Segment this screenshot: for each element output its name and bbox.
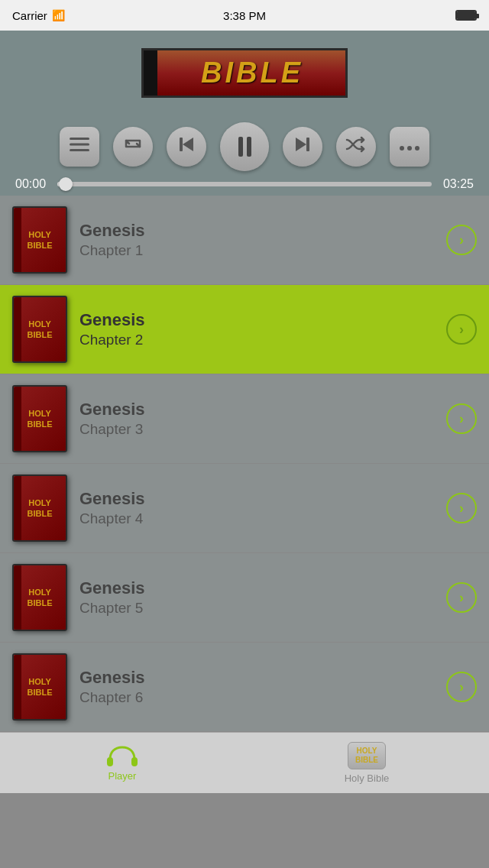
- book-cover: HOLYBIBLE: [12, 206, 67, 274]
- chapter-name: Chapter 2: [79, 332, 434, 348]
- arrow-icon: ›: [459, 411, 464, 427]
- wifi-icon: 📶: [52, 9, 65, 21]
- more-icon: [399, 137, 420, 157]
- prev-icon: [176, 134, 196, 159]
- tab-holy-bible[interactable]: HOLYBIBLE Holy Bible: [244, 742, 489, 784]
- chapter-arrow[interactable]: ›: [446, 672, 477, 702]
- chapter-info: Genesis Chapter 4: [79, 489, 434, 527]
- chapter-book-name: Genesis: [79, 221, 434, 241]
- logo-text: BIBLE: [201, 57, 303, 89]
- chapter-info: Genesis Chapter 6: [79, 668, 434, 706]
- chapter-book-name: Genesis: [79, 310, 434, 330]
- app-logo: BIBLE: [141, 48, 348, 98]
- chapter-info: Genesis Chapter 3: [79, 400, 434, 438]
- controls-row: [12, 122, 477, 171]
- chapter-list-item-5[interactable]: HOLYBIBLE Genesis Chapter 5 ›: [0, 553, 489, 643]
- chapter-book-name: Genesis: [79, 578, 434, 598]
- svg-rect-5: [306, 138, 309, 151]
- svg-point-9: [415, 146, 419, 151]
- next-icon: [293, 134, 313, 159]
- chapter-name: Chapter 5: [79, 600, 434, 617]
- list-icon: [70, 136, 89, 157]
- progress-track[interactable]: [57, 182, 432, 186]
- book-cover: HOLYBIBLE: [12, 385, 67, 452]
- holy-bible-tab-icon: HOLYBIBLE: [348, 742, 386, 769]
- arrow-icon: ›: [459, 679, 464, 695]
- chapter-info: Genesis Chapter 1: [79, 221, 434, 259]
- chapter-list: HOLYBIBLE Genesis Chapter 1 › HOLYBIBLE …: [0, 196, 489, 732]
- arrow-icon: ›: [459, 500, 464, 517]
- progress-thumb[interactable]: [59, 177, 73, 191]
- chapter-arrow[interactable]: ›: [446, 582, 477, 613]
- chapter-arrow[interactable]: ›: [446, 493, 477, 523]
- clock: 3:38 PM: [223, 9, 266, 22]
- repeat-button[interactable]: [113, 127, 153, 167]
- more-button[interactable]: [390, 127, 429, 167]
- player-controls: 00:00 03:25: [0, 115, 489, 196]
- chapter-book-name: Genesis: [79, 668, 434, 688]
- svg-rect-10: [107, 757, 113, 766]
- chapter-name: Chapter 3: [79, 421, 434, 438]
- chapter-arrow[interactable]: ›: [446, 225, 477, 255]
- chapter-info: Genesis Chapter 2: [79, 310, 434, 348]
- book-cover: HOLYBIBLE: [12, 564, 67, 631]
- next-button[interactable]: [283, 127, 322, 167]
- shuffle-icon: [345, 136, 367, 157]
- chapter-list-item-1[interactable]: HOLYBIBLE Genesis Chapter 1 ›: [0, 196, 489, 285]
- chapter-book-name: Genesis: [79, 400, 434, 419]
- tab-bible-label: Holy Bible: [345, 772, 390, 784]
- chapter-name: Chapter 1: [79, 242, 434, 259]
- chapter-arrow[interactable]: ›: [446, 314, 477, 345]
- chapter-arrow[interactable]: ›: [446, 403, 477, 434]
- chapter-list-item-4[interactable]: HOLYBIBLE Genesis Chapter 4 ›: [0, 464, 489, 553]
- svg-rect-11: [131, 757, 138, 766]
- arrow-icon: ›: [459, 590, 464, 606]
- pause-icon: [238, 137, 251, 157]
- list-button[interactable]: [60, 127, 99, 167]
- battery-icon: [455, 10, 477, 21]
- tab-bar: Player HOLYBIBLE Holy Bible: [0, 732, 489, 793]
- book-cover: HOLYBIBLE: [12, 296, 67, 363]
- pause-button[interactable]: [220, 122, 269, 171]
- book-cover: HOLYBIBLE: [12, 653, 67, 721]
- header: BIBLE: [0, 31, 489, 115]
- chapter-name: Chapter 4: [79, 510, 434, 527]
- arrow-icon: ›: [459, 232, 464, 248]
- chapter-info: Genesis Chapter 5: [79, 578, 434, 617]
- svg-marker-4: [183, 138, 193, 151]
- chapter-book-name: Genesis: [79, 489, 434, 509]
- tab-player-label: Player: [108, 770, 137, 782]
- chapter-list-item-2[interactable]: HOLYBIBLE Genesis Chapter 2 ›: [0, 285, 489, 374]
- repeat-icon: [123, 136, 143, 157]
- headphone-icon: [105, 744, 139, 767]
- shuffle-button[interactable]: [336, 127, 376, 167]
- svg-marker-6: [296, 138, 306, 151]
- status-bar: Carrier 📶 3:38 PM: [0, 0, 489, 31]
- tab-player[interactable]: Player: [0, 744, 244, 782]
- svg-rect-0: [70, 138, 89, 140]
- carrier-label: Carrier: [12, 9, 47, 22]
- svg-rect-3: [180, 138, 183, 151]
- time-current: 00:00: [15, 177, 50, 191]
- svg-rect-1: [70, 144, 89, 146]
- book-cover: HOLYBIBLE: [12, 474, 67, 542]
- time-total: 03:25: [439, 177, 474, 191]
- chapter-name: Chapter 6: [79, 689, 434, 706]
- progress-row: 00:00 03:25: [12, 177, 477, 191]
- svg-point-8: [407, 146, 412, 151]
- prev-button[interactable]: [167, 127, 206, 167]
- arrow-icon: ›: [459, 322, 464, 338]
- svg-rect-2: [70, 149, 89, 151]
- chapter-list-item-3[interactable]: HOLYBIBLE Genesis Chapter 3 ›: [0, 374, 489, 464]
- svg-point-7: [400, 146, 404, 151]
- chapter-list-item-6[interactable]: HOLYBIBLE Genesis Chapter 6 ›: [0, 643, 489, 732]
